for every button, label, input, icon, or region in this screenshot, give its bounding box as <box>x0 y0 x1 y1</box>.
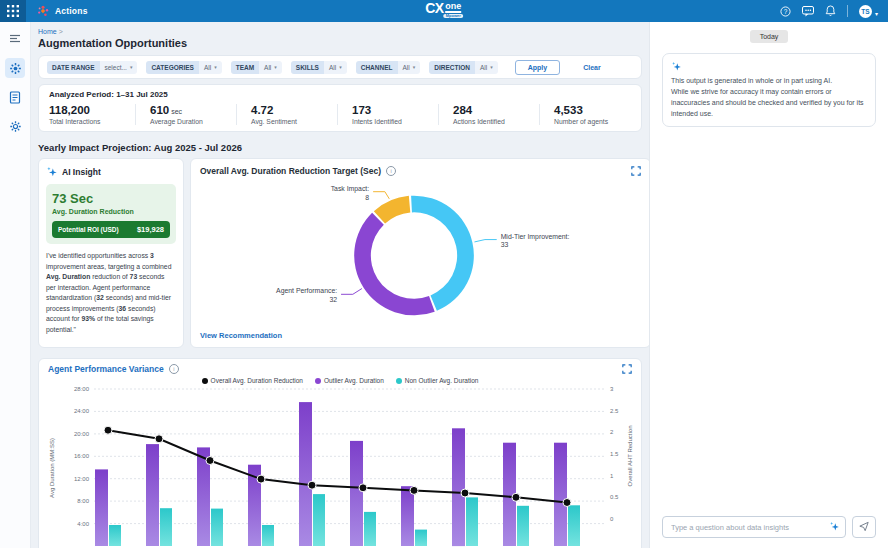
stat-intents-identified: 173Intents Identified <box>352 104 439 125</box>
filter-value-dropdown[interactable]: All <box>475 61 498 74</box>
stat-label: Actions Identified <box>453 118 525 125</box>
filter-date-range[interactable]: DATE RANGEselect... <box>47 61 137 74</box>
bar-outlier-avg-duration-1[interactable] <box>95 469 108 546</box>
info-icon[interactable] <box>386 166 396 176</box>
breadcrumb-separator: > <box>59 28 63 35</box>
send-button[interactable] <box>852 516 876 538</box>
bar-non-outlier-avg-duration-3[interactable] <box>211 509 223 546</box>
line-point-2[interactable] <box>155 435 163 443</box>
right-axis-tick: 3 <box>610 386 614 392</box>
filter-skills[interactable]: SKILLSAll <box>291 61 347 74</box>
line-point-9[interactable] <box>512 493 520 501</box>
filter-value-dropdown[interactable]: All <box>398 61 421 74</box>
line-point-10[interactable] <box>563 499 571 507</box>
stat-value: 284 <box>453 104 525 116</box>
bar-non-outlier-avg-duration-8[interactable] <box>466 497 478 546</box>
donut-label-task-impact: Task Impact:8 <box>331 185 370 201</box>
left-axis-tick: 24:00 <box>74 408 90 414</box>
filter-value-dropdown[interactable]: All <box>259 61 282 74</box>
filter-channel[interactable]: CHANNELAll <box>356 61 421 74</box>
line-point-5[interactable] <box>308 481 316 489</box>
settings-gear-icon[interactable] <box>5 116 25 136</box>
right-axis-tick: 0.5 <box>610 494 619 500</box>
bar-non-outlier-avg-duration-10[interactable] <box>568 505 580 546</box>
clear-link[interactable]: Clear <box>583 64 601 71</box>
legend-outlier-avg-duration: Outlier Avg. Duration <box>315 377 384 384</box>
bar-outlier-avg-duration-7[interactable] <box>401 486 414 546</box>
automation-gear-icon[interactable] <box>5 58 25 78</box>
line-point-1[interactable] <box>104 426 112 434</box>
breadcrumb-home-link[interactable]: Home <box>38 28 57 35</box>
avatar-initials: TS <box>861 8 869 15</box>
bar-non-outlier-avg-duration-7[interactable] <box>415 530 427 546</box>
actions-burst-icon <box>36 4 50 18</box>
ai-assistant-panel: Today This output is generated in whole … <box>649 22 888 548</box>
app-launcher-icon[interactable] <box>0 0 26 22</box>
stat-label: Number of agents <box>554 118 626 125</box>
expand-icon[interactable] <box>631 166 641 176</box>
line-point-6[interactable] <box>359 484 367 492</box>
filter-team[interactable]: TEAMAll <box>231 61 282 74</box>
help-icon[interactable]: ? <box>780 6 791 17</box>
legend-label: Overall Avg. Duration Reduction <box>211 377 303 384</box>
bar-outlier-avg-duration-6[interactable] <box>350 441 363 546</box>
bar-outlier-avg-duration-5[interactable] <box>299 402 312 546</box>
donut-label-mid-tier-improvement: Mid-Tier Improvement:33 <box>501 233 570 249</box>
right-axis-tick: 2 <box>610 429 614 435</box>
section-title: Yearly Impact Projection: Aug 2025 - Jul… <box>38 142 642 153</box>
filter-direction[interactable]: DIRECTIONAll <box>429 61 498 74</box>
agent-performance-variance-card: Agent Performance Variance Overall Avg. … <box>38 358 642 548</box>
bar-outlier-avg-duration-8[interactable] <box>452 428 465 546</box>
left-axis-tick: 28:00 <box>74 386 90 392</box>
notifications-bell-icon[interactable] <box>825 5 836 17</box>
kpi-stats-row: 118,200Total Interactions610secAverage D… <box>49 104 631 125</box>
bar-non-outlier-avg-duration-4[interactable] <box>262 525 274 546</box>
feedback-icon[interactable] <box>802 6 814 17</box>
line-point-4[interactable] <box>257 475 265 483</box>
filter-categories[interactable]: CATEGORIESAll <box>146 61 221 74</box>
ai-insight-title: AI Insight <box>62 167 101 177</box>
donut-leader-line <box>373 192 389 199</box>
left-nav-rail <box>0 22 31 548</box>
info-icon[interactable] <box>169 364 179 374</box>
bar-non-outlier-avg-duration-6[interactable] <box>364 512 376 546</box>
bar-non-outlier-avg-duration-1[interactable] <box>109 525 121 546</box>
bar-outlier-avg-duration-10[interactable] <box>554 443 567 546</box>
expand-icon[interactable] <box>622 364 632 374</box>
bar-non-outlier-avg-duration-9[interactable] <box>517 506 529 546</box>
ai-sparkle-icon <box>671 61 682 72</box>
roi-label: Potential ROI (USD) <box>58 226 119 233</box>
report-icon[interactable] <box>5 87 25 107</box>
filter-value-dropdown[interactable]: All <box>199 61 222 74</box>
line-point-7[interactable] <box>410 486 418 494</box>
bar-line-chart: 4:008:0012:0016:0020:0024:0028:0000.511.… <box>44 384 636 548</box>
disclaimer-line1: This output is generated in whole or in … <box>671 77 832 84</box>
filter-value-dropdown[interactable]: All <box>324 61 347 74</box>
analyzed-period-title: Analyzed Period: 1–31 Jul 2025 <box>49 90 631 99</box>
bar-non-outlier-avg-duration-5[interactable] <box>313 494 325 546</box>
apply-button[interactable]: Apply <box>515 60 560 75</box>
user-menu[interactable]: TS <box>859 2 878 20</box>
ai-sparkle-icon <box>46 166 58 178</box>
view-recommendation-link[interactable]: View Recommendation <box>200 331 641 340</box>
roi-pill: Potential ROI (USD) $19,928 <box>52 221 170 238</box>
line-point-8[interactable] <box>461 489 469 497</box>
donut-slice-agent-performance[interactable] <box>354 213 435 316</box>
ai-disclaimer-card: This output is generated in whole or in … <box>662 53 876 127</box>
bar-non-outlier-avg-duration-2[interactable] <box>160 508 172 546</box>
chat-question-input[interactable] <box>662 516 846 538</box>
line-point-3[interactable] <box>206 457 214 465</box>
filter-value-dropdown[interactable]: select... <box>100 61 138 74</box>
legend-non-outlier-avg-duration: Non Outlier Avg. Duration <box>396 377 479 384</box>
right-axis-tick: 2.5 <box>610 408 619 414</box>
donut-slice-mid-tier-improvement[interactable] <box>411 196 474 311</box>
bar-outlier-avg-duration-2[interactable] <box>146 444 159 546</box>
chat-input-row <box>662 516 876 539</box>
send-icon <box>859 521 869 532</box>
brand-badge: Mpower <box>444 14 463 18</box>
svg-text:?: ? <box>784 7 788 14</box>
donut-slice-task-impact[interactable] <box>374 196 410 224</box>
menu-list-icon[interactable] <box>5 29 25 49</box>
stat-avg-sentiment: 4.72Avg. Sentiment <box>251 104 338 125</box>
stat-number-of-agents: 4,533Number of agents <box>554 104 640 125</box>
